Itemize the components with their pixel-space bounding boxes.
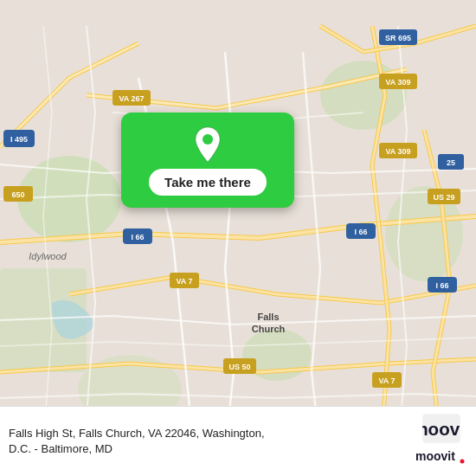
map-container: I 495 VA 267 SR 695 VA 309 VA 309 650 I …	[0, 0, 476, 476]
svg-text:I 495: I 495	[10, 135, 28, 144]
svg-point-42	[460, 460, 465, 464]
svg-point-38	[203, 134, 213, 145]
moovit-icon: moovit	[422, 414, 460, 443]
svg-text:I 66: I 66	[131, 233, 144, 241]
svg-text:Church: Church	[252, 324, 286, 334]
svg-text:VA 267: VA 267	[119, 94, 144, 103]
svg-text:Idylwood: Idylwood	[29, 251, 67, 261]
svg-text:I 66: I 66	[354, 228, 367, 236]
svg-text:VA 309: VA 309	[385, 147, 410, 156]
navigation-button-overlay[interactable]: Take me there	[121, 113, 294, 208]
svg-text:moovit: moovit	[415, 449, 455, 463]
svg-text:moovit: moovit	[422, 419, 460, 439]
location-pin-icon	[192, 125, 223, 164]
svg-text:US 29: US 29	[433, 193, 454, 202]
svg-text:US 50: US 50	[228, 363, 250, 371]
svg-text:VA 7: VA 7	[176, 277, 192, 286]
map-background: I 495 VA 267 SR 695 VA 309 VA 309 650 I …	[0, 0, 476, 476]
info-bar: Falls High St, Falls Church, VA 22046, W…	[0, 406, 476, 476]
svg-text:VA 7: VA 7	[378, 376, 395, 385]
svg-text:VA 309: VA 309	[385, 78, 410, 87]
svg-text:650: 650	[11, 190, 24, 199]
moovit-text-logo: moovit	[415, 443, 467, 469]
svg-text:Falls: Falls	[257, 312, 279, 322]
svg-text:I 66: I 66	[435, 281, 448, 290]
address-text: Falls High St, Falls Church, VA 22046, W…	[9, 426, 415, 457]
svg-text:SR 695: SR 695	[385, 34, 411, 42]
moovit-logo: moovit moovit	[415, 414, 467, 469]
svg-text:25: 25	[447, 158, 455, 167]
take-me-there-button[interactable]: Take me there	[149, 169, 267, 196]
